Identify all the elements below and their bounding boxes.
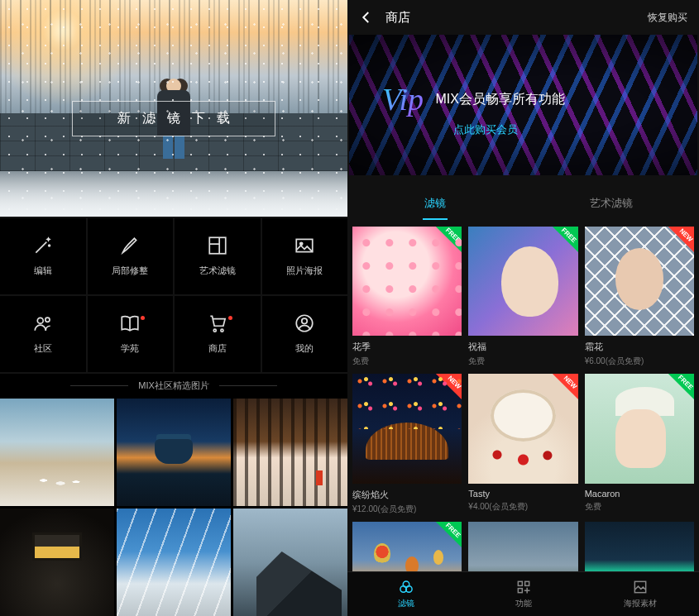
product-item[interactable]: NEWTasty¥4.00(会员免费) bbox=[468, 374, 577, 514]
vip-logo: Vip bbox=[382, 81, 424, 117]
product-badge-new: NEW bbox=[542, 374, 578, 410]
store-tabs: 滤镜艺术滤镜 bbox=[347, 187, 699, 220]
product-name: Macaron bbox=[585, 489, 694, 499]
nav-label: 海报素材 bbox=[624, 598, 657, 609]
gallery-item[interactable] bbox=[0, 399, 114, 506]
svg-rect-14 bbox=[524, 581, 529, 585]
product-price: 免费 bbox=[468, 356, 577, 367]
product-thumb: FREE bbox=[585, 374, 694, 483]
svg-point-9 bbox=[302, 318, 308, 324]
product-badge-free: FREE bbox=[425, 227, 462, 263]
product-name: 霜花 bbox=[585, 341, 694, 353]
product-name: 缤纷焰火 bbox=[352, 489, 462, 501]
community-gallery bbox=[0, 399, 347, 616]
vip-subtitle: 点此购买会员 bbox=[453, 122, 565, 137]
gallery-item[interactable] bbox=[117, 399, 231, 506]
menu-item-label: 社区 bbox=[34, 342, 52, 355]
product-badge-free: FREE bbox=[425, 522, 462, 558]
menu-item-spiral[interactable]: 艺术滤镜 bbox=[175, 218, 261, 294]
grid-nav-icon bbox=[515, 579, 532, 595]
product-item[interactable]: FREEMacaron免费 bbox=[585, 374, 694, 514]
users-icon bbox=[32, 313, 54, 334]
product-name: 祝福 bbox=[468, 341, 577, 353]
product-badge-new: NEW bbox=[425, 374, 462, 410]
menu-item-users[interactable]: 社区 bbox=[0, 296, 86, 372]
menu-item-profile[interactable]: 我的 bbox=[262, 296, 348, 372]
back-icon[interactable] bbox=[359, 10, 374, 25]
product-price: ¥12.00(会员免费) bbox=[352, 504, 462, 515]
product-item[interactable]: FREE祝福免费 bbox=[468, 227, 577, 367]
cart-icon bbox=[207, 313, 228, 334]
book-icon bbox=[119, 313, 141, 334]
menu-item-label: 局部修整 bbox=[112, 265, 148, 277]
product-item[interactable]: FREE bbox=[352, 522, 462, 571]
product-price: ¥6.00(会员免费) bbox=[585, 356, 694, 367]
community-section-title: MIX社区精选图片 bbox=[0, 374, 347, 399]
product-thumb: FREE bbox=[352, 522, 462, 571]
menu-item-image[interactable]: 照片海报 bbox=[262, 218, 348, 294]
product-thumb bbox=[468, 522, 577, 571]
filter-nav-icon bbox=[398, 579, 414, 595]
menu-item-brush[interactable]: 局部修整 bbox=[88, 218, 174, 294]
store-bottom-nav: 滤镜功能海报素材 bbox=[347, 571, 699, 616]
menu-item-label: 我的 bbox=[295, 342, 314, 355]
product-thumb: FREE bbox=[352, 227, 462, 336]
product-price: 免费 bbox=[352, 356, 462, 367]
nav-item[interactable]: 功能 bbox=[465, 572, 582, 616]
product-badge-free: FREE bbox=[542, 227, 578, 263]
hero-banner[interactable]: 新滤镜下载 bbox=[0, 0, 347, 217]
product-item[interactable]: NEW霜花¥6.00(会员免费) bbox=[585, 227, 694, 367]
svg-point-7 bbox=[221, 329, 223, 332]
svg-rect-16 bbox=[635, 581, 646, 592]
product-item[interactable]: FREE花季免费 bbox=[352, 227, 462, 367]
svg-rect-15 bbox=[518, 589, 522, 593]
main-menu: 编辑局部修整艺术滤镜照片海报社区学苑商店我的 bbox=[0, 217, 347, 374]
product-name: 花季 bbox=[352, 341, 462, 353]
gallery-item[interactable] bbox=[233, 509, 347, 616]
product-thumb bbox=[585, 522, 694, 571]
brush-icon bbox=[119, 235, 141, 256]
product-item[interactable]: NEW缤纷焰火¥12.00(会员免费) bbox=[352, 374, 462, 514]
svg-point-5 bbox=[45, 318, 50, 322]
product-badge-new: NEW bbox=[658, 227, 694, 263]
svg-point-6 bbox=[213, 329, 216, 332]
menu-item-label: 学苑 bbox=[121, 342, 139, 355]
menu-item-label: 艺术滤镜 bbox=[199, 265, 236, 277]
nav-label: 功能 bbox=[515, 598, 532, 609]
product-thumb: NEW bbox=[585, 227, 694, 336]
menu-item-label: 编辑 bbox=[34, 265, 52, 277]
profile-icon bbox=[294, 313, 315, 334]
restore-purchases-button[interactable]: 恢复购买 bbox=[648, 11, 687, 25]
svg-rect-1 bbox=[209, 237, 226, 254]
gallery-item[interactable] bbox=[0, 509, 114, 616]
notification-dot bbox=[228, 316, 232, 320]
gallery-item[interactable] bbox=[117, 509, 231, 616]
wand-icon bbox=[32, 235, 54, 256]
product-badge-free: FREE bbox=[658, 374, 694, 410]
nav-item[interactable]: 海报素材 bbox=[582, 572, 699, 616]
menu-item-cart[interactable]: 商店 bbox=[175, 296, 261, 372]
menu-item-wand[interactable]: 编辑 bbox=[0, 218, 86, 294]
vip-banner[interactable]: Vip MIX会员畅享所有功能 点此购买会员 bbox=[349, 35, 697, 175]
svg-point-0 bbox=[48, 245, 50, 246]
new-filter-download-button[interactable]: 新滤镜下载 bbox=[72, 101, 275, 136]
store-tab[interactable]: 艺术滤镜 bbox=[524, 187, 700, 220]
store-tab[interactable]: 滤镜 bbox=[347, 187, 524, 220]
svg-point-4 bbox=[37, 318, 43, 323]
store-title: 商店 bbox=[385, 10, 636, 26]
nav-label: 滤镜 bbox=[398, 598, 414, 609]
product-item[interactable] bbox=[468, 522, 577, 571]
product-item[interactable] bbox=[585, 522, 694, 571]
svg-point-3 bbox=[300, 242, 303, 245]
product-thumb: FREE bbox=[468, 227, 577, 336]
nav-item[interactable]: 滤镜 bbox=[347, 572, 465, 616]
notification-dot bbox=[141, 316, 145, 320]
home-screen: 新滤镜下载 编辑局部修整艺术滤镜照片海报社区学苑商店我的 MIX社区精选图片 bbox=[0, 0, 347, 616]
store-header: 商店 恢复购买 bbox=[347, 0, 699, 35]
gallery-item[interactable] bbox=[233, 399, 347, 506]
poster-nav-icon bbox=[632, 579, 649, 595]
product-price: ¥4.00(会员免费) bbox=[468, 501, 577, 513]
vip-title: MIX会员畅享所有功能 bbox=[435, 92, 564, 106]
menu-item-label: 照片海报 bbox=[286, 265, 323, 277]
menu-item-book[interactable]: 学苑 bbox=[88, 296, 174, 372]
